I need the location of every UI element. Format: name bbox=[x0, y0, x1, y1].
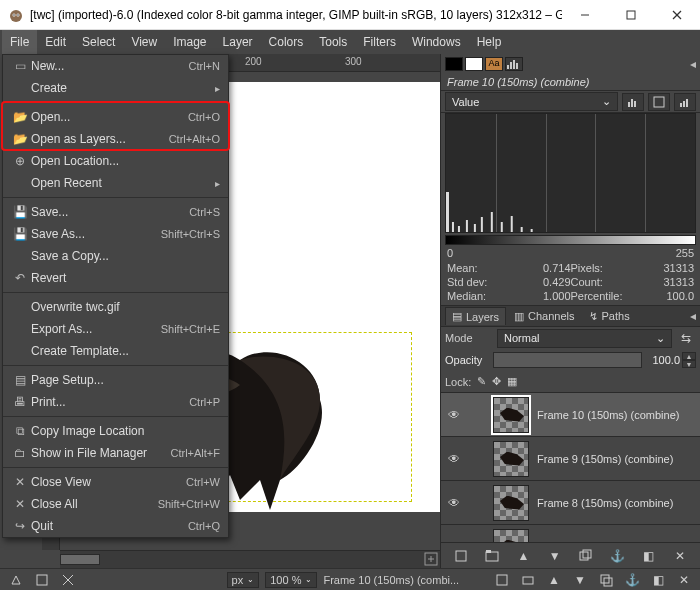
menu-item-open[interactable]: 📂Open...Ctrl+O bbox=[3, 106, 228, 128]
navigation-icon[interactable] bbox=[424, 552, 438, 566]
menu-item-close-view[interactable]: ✕Close ViewCtrl+W bbox=[3, 471, 228, 493]
menu-colors[interactable]: Colors bbox=[261, 30, 312, 54]
footer-icon-1[interactable] bbox=[6, 571, 26, 589]
menu-item-save-as[interactable]: 💾Save As...Shift+Ctrl+S bbox=[3, 223, 228, 245]
menu-item-print[interactable]: 🖶Print...Ctrl+P bbox=[3, 391, 228, 413]
menu-item-open-recent[interactable]: Open Recent▸ bbox=[3, 172, 228, 194]
channel-select[interactable]: Value⌄ bbox=[445, 92, 618, 111]
layer-thumbnail[interactable] bbox=[493, 441, 529, 477]
mode-select[interactable]: Normal⌄ bbox=[497, 329, 672, 348]
opacity-slider[interactable] bbox=[493, 352, 642, 368]
menu-item-create[interactable]: Create▸ bbox=[3, 77, 228, 99]
layer-thumbnail[interactable] bbox=[493, 485, 529, 521]
close-button[interactable] bbox=[654, 0, 700, 30]
swatch-black-icon[interactable] bbox=[445, 57, 463, 71]
layer-row[interactable]: 👁Frame 7 (150ms) (combine) bbox=[441, 525, 700, 542]
menu-item-revert[interactable]: ↶Revert bbox=[3, 267, 228, 289]
layer-row[interactable]: 👁Frame 8 (150ms) (combine) bbox=[441, 481, 700, 525]
menu-file[interactable]: File bbox=[2, 30, 37, 54]
new-group-button[interactable] bbox=[481, 546, 503, 566]
visibility-eye-icon[interactable]: 👁 bbox=[445, 452, 463, 466]
footer-right-icon-1[interactable] bbox=[492, 571, 512, 589]
visibility-eye-icon[interactable]: 👁 bbox=[445, 408, 463, 422]
menu-item-open-as-layers[interactable]: 📂Open as Layers...Ctrl+Alt+O bbox=[3, 128, 228, 150]
dock-menu-arrow-icon[interactable]: ◂ bbox=[690, 57, 696, 71]
menu-help[interactable]: Help bbox=[469, 30, 510, 54]
mode-switch-button[interactable]: ⇆ bbox=[676, 329, 696, 347]
layer-name[interactable]: Frame 10 (150ms) (combine) bbox=[537, 409, 696, 421]
opacity-value: 100.0 bbox=[642, 354, 682, 366]
lower-layer-button[interactable]: ▼ bbox=[544, 546, 566, 566]
scrollbar-thumb[interactable] bbox=[60, 554, 100, 565]
histogram-tab-icon[interactable] bbox=[505, 57, 523, 71]
footer-right-icon-5[interactable] bbox=[596, 571, 616, 589]
menu-item-close-all[interactable]: ✕Close AllShift+Ctrl+W bbox=[3, 493, 228, 515]
menu-item-save-a-copy[interactable]: Save a Copy... bbox=[3, 245, 228, 267]
menu-item-new[interactable]: ▭New...Ctrl+N bbox=[3, 55, 228, 77]
minimize-button[interactable] bbox=[562, 0, 608, 30]
menu-item-label: Open Recent bbox=[29, 176, 215, 190]
svg-rect-29 bbox=[491, 212, 493, 232]
footer-right-icon-6[interactable]: ⚓ bbox=[622, 571, 642, 589]
menu-select[interactable]: Select bbox=[74, 30, 123, 54]
footer-right-icon-2[interactable] bbox=[518, 571, 538, 589]
zoom-select[interactable]: 100 %⌄ bbox=[265, 572, 317, 588]
menu-item-quit[interactable]: ↪QuitCtrl+Q bbox=[3, 515, 228, 537]
unit-select[interactable]: px⌄ bbox=[227, 572, 260, 588]
histogram[interactable] bbox=[445, 113, 696, 233]
footer-icon-3[interactable] bbox=[58, 571, 78, 589]
footer-icon-2[interactable] bbox=[32, 571, 52, 589]
menu-view[interactable]: View bbox=[123, 30, 165, 54]
raise-layer-button[interactable]: ▲ bbox=[512, 546, 534, 566]
menu-layer[interactable]: Layer bbox=[215, 30, 261, 54]
menu-tools[interactable]: Tools bbox=[311, 30, 355, 54]
opacity-spinner[interactable]: ▲▼ bbox=[682, 352, 696, 368]
visibility-eye-icon[interactable]: 👁 bbox=[445, 496, 463, 510]
menu-item-copy-image-location[interactable]: ⧉Copy Image Location bbox=[3, 420, 228, 442]
histogram-perceptual-button[interactable] bbox=[674, 93, 696, 111]
menu-image[interactable]: Image bbox=[165, 30, 214, 54]
histogram-linear-button[interactable] bbox=[622, 93, 644, 111]
layer-name[interactable]: Frame 8 (150ms) (combine) bbox=[537, 497, 696, 509]
menu-item-save[interactable]: 💾Save...Ctrl+S bbox=[3, 201, 228, 223]
footer-right-icon-3[interactable]: ▲ bbox=[544, 571, 564, 589]
menu-edit[interactable]: Edit bbox=[37, 30, 74, 54]
stat-mean: 0.714 bbox=[543, 262, 571, 274]
dock-menu-arrow-icon[interactable]: ◂ bbox=[690, 309, 696, 323]
footer-right-icon-7[interactable]: ◧ bbox=[648, 571, 668, 589]
menu-item-show-in-file-manager[interactable]: 🗀Show in File ManagerCtrl+Alt+F bbox=[3, 442, 228, 464]
tab-layers[interactable]: ▤Layers bbox=[445, 307, 506, 325]
layer-row[interactable]: 👁Frame 10 (150ms) (combine) bbox=[441, 393, 700, 437]
close-icon: ✕ bbox=[11, 497, 29, 511]
duplicate-layer-button[interactable] bbox=[575, 546, 597, 566]
swatch-white-icon[interactable] bbox=[465, 57, 483, 71]
menu-item-page-setup[interactable]: ▤Page Setup... bbox=[3, 369, 228, 391]
footer-right-icon-4[interactable]: ▼ bbox=[570, 571, 590, 589]
lock-pixels-icon[interactable]: ✎ bbox=[477, 375, 486, 388]
menu-item-export-as[interactable]: Export As...Shift+Ctrl+E bbox=[3, 318, 228, 340]
menu-filters[interactable]: Filters bbox=[355, 30, 404, 54]
layer-name[interactable]: Frame 9 (150ms) (combine) bbox=[537, 453, 696, 465]
tab-channels[interactable]: ▥Channels bbox=[508, 308, 580, 325]
menu-item-overwrite-twc-gif[interactable]: Overwrite twc.gif bbox=[3, 296, 228, 318]
menu-item-create-template[interactable]: Create Template... bbox=[3, 340, 228, 362]
histogram-gradient[interactable] bbox=[445, 235, 696, 245]
tab-paths[interactable]: ↯Paths bbox=[583, 308, 636, 325]
merge-down-button[interactable]: ⚓ bbox=[607, 546, 629, 566]
footer-right-icon-8[interactable]: ✕ bbox=[674, 571, 694, 589]
menu-windows[interactable]: Windows bbox=[404, 30, 469, 54]
swatch-text-icon[interactable]: Aa bbox=[485, 57, 503, 71]
lock-alpha-icon[interactable]: ▦ bbox=[507, 375, 517, 388]
lock-position-icon[interactable]: ✥ bbox=[492, 375, 501, 388]
new-layer-button[interactable] bbox=[450, 546, 472, 566]
maximize-button[interactable] bbox=[608, 0, 654, 30]
layer-thumbnail[interactable] bbox=[493, 529, 529, 543]
delete-layer-button[interactable]: ✕ bbox=[669, 546, 691, 566]
svg-rect-34 bbox=[456, 551, 466, 561]
layer-thumbnail[interactable] bbox=[493, 397, 529, 433]
add-mask-button[interactable]: ◧ bbox=[638, 546, 660, 566]
histogram-log-button[interactable] bbox=[648, 93, 670, 111]
horizontal-scrollbar[interactable] bbox=[60, 550, 440, 568]
menu-item-open-location[interactable]: ⊕Open Location... bbox=[3, 150, 228, 172]
layer-row[interactable]: 👁Frame 9 (150ms) (combine) bbox=[441, 437, 700, 481]
